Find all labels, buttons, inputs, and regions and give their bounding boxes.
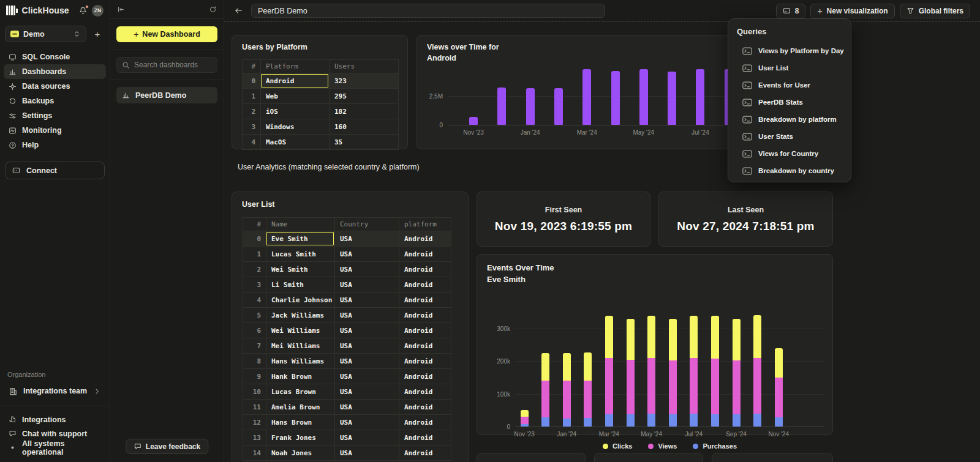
table-cell[interactable]: 3 — [242, 119, 260, 134]
stacked-chart-bar[interactable] — [521, 410, 529, 427]
table-cell[interactable]: Android — [399, 247, 451, 261]
stacked-chart-bar[interactable] — [711, 316, 719, 427]
table-cell[interactable]: 4 — [243, 292, 266, 307]
query-item-views-by-platform-by-day[interactable]: Views by Platform by Day — [737, 42, 842, 59]
new-dashboard-button[interactable]: + New Dashboard — [116, 26, 217, 42]
table-cell[interactable]: Lucas Smith — [266, 247, 334, 261]
query-item-events-for-user[interactable]: Events for User — [737, 76, 842, 94]
table-cell[interactable]: Android — [399, 231, 451, 246]
chart-bar[interactable] — [497, 88, 506, 125]
table-row[interactable]: 3Li SmithUSAAndroid — [243, 277, 451, 292]
back-arrow-icon[interactable] — [234, 6, 243, 15]
refresh-icon[interactable] — [209, 6, 217, 13]
chart-bar[interactable] — [639, 69, 648, 125]
table-cell[interactable]: 10 — [243, 384, 266, 399]
table-cell[interactable]: Web — [260, 89, 329, 103]
stacked-chart-bar[interactable] — [669, 319, 677, 427]
table-cell[interactable]: Li Smith — [266, 277, 334, 292]
table-cell[interactable]: USA — [334, 369, 399, 384]
stacked-chart-bar[interactable] — [690, 316, 698, 427]
table-cell[interactable]: 11 — [243, 400, 266, 414]
stacked-chart-bar[interactable] — [647, 316, 655, 427]
table-cell[interactable]: Android — [399, 338, 451, 353]
sidebar-item-all-systems-operational[interactable]: All systems operational — [4, 441, 106, 455]
table-row[interactable]: 1Web295 — [242, 89, 399, 104]
table-row[interactable]: 2Wei SmithUSAAndroid — [243, 262, 451, 277]
table-cell[interactable]: 3 — [243, 277, 266, 292]
table-cell[interactable]: Hank Brown — [266, 369, 334, 384]
global-filters-button[interactable]: Global filters — [900, 4, 970, 18]
sidebar-item-integrations-team[interactable]: Integrations team — [4, 384, 106, 398]
stacked-chart-bar[interactable] — [753, 315, 761, 427]
table-cell[interactable]: 182 — [329, 104, 399, 119]
table-cell[interactable]: USA — [334, 231, 399, 246]
stacked-chart-bar[interactable] — [541, 353, 549, 427]
sidebar-item-data-sources[interactable]: Data sources — [4, 79, 106, 94]
query-item-user-stats[interactable]: User Stats — [737, 128, 842, 145]
table-row[interactable]: 8Hans WilliamsUSAAndroid — [243, 354, 451, 369]
table-row[interactable]: 6Wei WilliamsUSAAndroid — [243, 323, 451, 338]
sidebar-item-dashboards[interactable]: Dashboards — [4, 64, 106, 79]
query-item-user-list[interactable]: User List — [737, 59, 842, 76]
sidebar-item-help[interactable]: Help — [4, 138, 106, 152]
table-cell[interactable]: 13 — [243, 430, 266, 445]
stacked-chart-bar[interactable] — [584, 352, 592, 427]
chart-bar[interactable] — [668, 72, 676, 125]
sidebar-item-settings[interactable]: Settings — [4, 108, 106, 123]
table-cell[interactable]: Jack Williams — [266, 308, 334, 322]
table-row[interactable]: 0Eve SmithUSAAndroid — [243, 231, 451, 247]
notifications-bell-icon[interactable] — [78, 6, 88, 15]
table-cell[interactable]: USA — [334, 430, 399, 445]
table-cell[interactable]: Android — [399, 308, 451, 322]
table-row[interactable]: 7Mei WilliamsUSAAndroid — [243, 338, 451, 354]
table-cell[interactable]: 295 — [329, 89, 399, 103]
search-dashboards-input[interactable] — [134, 61, 212, 69]
table-cell[interactable]: USA — [334, 415, 399, 430]
stacked-chart-bar[interactable] — [775, 348, 783, 427]
connect-button[interactable]: Connect — [5, 162, 105, 179]
sidebar-item-backups[interactable]: Backups — [4, 94, 106, 108]
table-row[interactable]: 4MacOS35 — [242, 135, 399, 150]
table-cell[interactable]: 1 — [243, 247, 266, 261]
table-cell[interactable]: USA — [334, 323, 399, 338]
stacked-chart-bar[interactable] — [605, 316, 613, 427]
table-cell[interactable]: USA — [334, 400, 399, 414]
dashboard-title-input[interactable] — [251, 4, 605, 18]
stacked-chart-bar[interactable] — [563, 353, 571, 427]
table-cell[interactable]: USA — [334, 292, 399, 307]
table-cell[interactable]: USA — [334, 338, 399, 353]
table-cell[interactable]: iOS — [260, 104, 329, 119]
stacked-chart-bar[interactable] — [733, 319, 741, 427]
sidebar-item-monitoring[interactable]: Monitoring — [4, 123, 106, 138]
table-cell[interactable]: USA — [334, 262, 399, 277]
table-cell[interactable]: 2 — [243, 262, 266, 277]
table-cell[interactable]: 1 — [242, 89, 260, 103]
table-row[interactable]: 3Windows160 — [242, 119, 399, 135]
table-cell[interactable]: USA — [334, 308, 399, 322]
table-cell[interactable]: 5 — [243, 308, 266, 322]
table-cell[interactable]: 323 — [329, 73, 399, 88]
service-selector[interactable]: Demo — [5, 26, 86, 42]
table-cell[interactable]: Eve Smith — [266, 231, 334, 246]
query-item-breakdown-by-country[interactable]: Breakdown by country — [737, 162, 842, 179]
table-cell[interactable]: 12 — [243, 415, 266, 430]
table-cell[interactable]: Frank Jones — [266, 430, 334, 445]
visualizations-count-button[interactable]: 8 — [776, 4, 806, 18]
table-cell[interactable]: 2 — [242, 104, 260, 119]
table-cell[interactable]: Hans Williams — [266, 354, 334, 368]
collapse-panel-icon[interactable] — [117, 6, 125, 13]
table-cell[interactable]: 4 — [242, 135, 260, 149]
table-cell[interactable]: Charlie Johnson — [266, 292, 334, 307]
stacked-chart-bar[interactable] — [627, 319, 635, 427]
avatar[interactable]: ZN — [92, 5, 104, 17]
table-cell[interactable]: USA — [334, 445, 399, 460]
query-item-breakdown-by-platform[interactable]: Breakdown by platform — [737, 111, 842, 128]
table-cell[interactable]: Wei Williams — [266, 323, 334, 338]
table-cell[interactable]: 6 — [243, 323, 266, 338]
table-cell[interactable]: Hans Brown — [266, 415, 334, 430]
leave-feedback-button[interactable]: Leave feedback — [126, 439, 208, 454]
table-row[interactable]: 2iOS182 — [242, 104, 399, 119]
table-cell[interactable]: Android — [399, 400, 451, 414]
table-cell[interactable]: Windows — [260, 119, 329, 134]
table-row[interactable]: 1Lucas SmithUSAAndroid — [243, 247, 451, 262]
